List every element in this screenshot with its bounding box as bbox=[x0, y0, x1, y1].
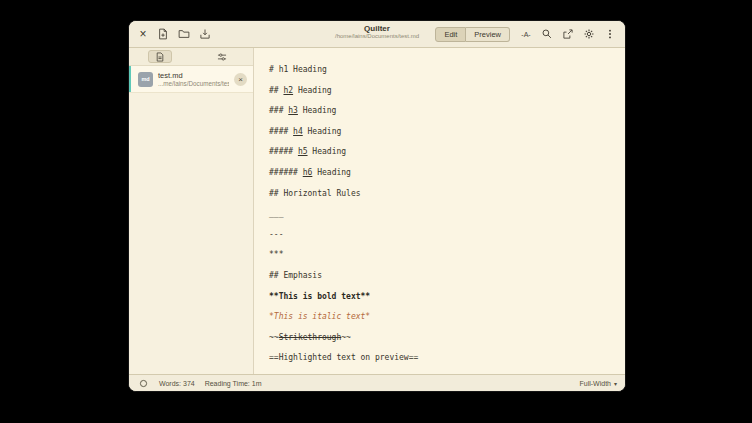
file-list-item[interactable]: md test.md ...me/lains/Documents/test.md… bbox=[129, 66, 253, 93]
headerbar-left-group: × bbox=[135, 26, 214, 42]
gear-icon bbox=[583, 28, 595, 40]
width-mode-label: Full-Width bbox=[579, 380, 611, 387]
close-file-button[interactable]: × bbox=[234, 73, 247, 86]
editor-line: ___ bbox=[269, 204, 625, 225]
sidebar: md test.md ...me/lains/Documents/test.md… bbox=[129, 48, 254, 374]
editor-line: ## Horizontal Rules bbox=[269, 184, 625, 205]
markdown-badge: md bbox=[141, 76, 149, 82]
editor-line: # h1 Heading bbox=[269, 60, 625, 81]
new-document-button[interactable] bbox=[154, 26, 172, 42]
statusbar: Words: 374 Reading Time: 1m Full-Width ▾ bbox=[129, 374, 625, 391]
vertical-dots-menu-icon bbox=[604, 28, 616, 40]
search-button[interactable] bbox=[538, 26, 556, 42]
sidebar-tabs bbox=[129, 48, 253, 66]
menu-button[interactable] bbox=[601, 26, 619, 42]
window-subtitle: /home/lains/Documents/test.md bbox=[335, 33, 419, 40]
sidebar-tab-files[interactable] bbox=[148, 50, 172, 63]
editor-line: #### h4 Heading bbox=[269, 122, 625, 143]
open-document-button[interactable] bbox=[175, 26, 193, 42]
app-window: × Quilter /home/lains/Documents/test.md bbox=[128, 20, 626, 392]
chevron-down-icon: ▾ bbox=[614, 380, 617, 387]
editor-line: ~~Strikethrough~~ bbox=[269, 328, 625, 349]
search-icon bbox=[541, 28, 553, 40]
folder-open-icon bbox=[178, 28, 190, 40]
editor-line: ==Highlighted text on preview== bbox=[269, 348, 625, 369]
headerbar: × Quilter /home/lains/Documents/test.md bbox=[129, 21, 625, 48]
word-count: Words: 374 bbox=[159, 380, 195, 387]
edit-view-button[interactable]: Edit bbox=[435, 27, 466, 42]
save-document-button[interactable] bbox=[196, 26, 214, 42]
window-title-block: Quilter /home/lains/Documents/test.md bbox=[335, 24, 419, 40]
editor-line: ## Emphasis bbox=[269, 266, 625, 287]
preview-view-button[interactable]: Preview bbox=[466, 27, 510, 42]
width-mode-dropdown[interactable]: Full-Width ▾ bbox=[579, 380, 617, 387]
sidebar-tab-settings[interactable] bbox=[210, 50, 234, 63]
file-meta: test.md ...me/lains/Documents/test.md bbox=[158, 71, 229, 87]
window-title: Quilter bbox=[335, 24, 419, 33]
headerbar-right-group: Edit Preview -A- bbox=[435, 26, 619, 42]
file-path: ...me/lains/Documents/test.md bbox=[158, 80, 229, 87]
main-area: md test.md ...me/lains/Documents/test.md… bbox=[129, 48, 625, 374]
editor-line: ###### h6 Heading bbox=[269, 163, 625, 184]
markdown-file-icon: md bbox=[138, 72, 153, 87]
font-size-button[interactable]: -A- bbox=[517, 26, 535, 42]
new-document-icon bbox=[157, 28, 169, 40]
settings-button[interactable] bbox=[580, 26, 598, 42]
font-size-icon: -A- bbox=[521, 31, 530, 38]
focus-mode-icon bbox=[139, 379, 148, 388]
editor-line: --- bbox=[269, 225, 625, 246]
export-icon bbox=[562, 28, 574, 40]
markdown-editor[interactable]: # h1 Heading ## h2 Heading ### h3 Headin… bbox=[254, 48, 625, 374]
export-button[interactable] bbox=[559, 26, 577, 42]
save-icon bbox=[199, 28, 211, 40]
view-switcher: Edit Preview bbox=[435, 27, 510, 42]
focus-mode-button[interactable] bbox=[137, 377, 149, 389]
close-window-button[interactable]: × bbox=[135, 26, 151, 42]
editor-line: ##### h5 Heading bbox=[269, 142, 625, 163]
editor-line: **This is bold text** bbox=[269, 287, 625, 308]
editor-line: ### h3 Heading bbox=[269, 101, 625, 122]
file-list: md test.md ...me/lains/Documents/test.md… bbox=[129, 66, 253, 93]
editor-line: *This is italic text* bbox=[269, 307, 625, 328]
file-name: test.md bbox=[158, 71, 229, 80]
file-icon bbox=[155, 52, 165, 62]
editor-line: ## h2 Heading bbox=[269, 81, 625, 102]
reading-time: Reading Time: 1m bbox=[205, 380, 262, 387]
sliders-icon bbox=[217, 52, 227, 62]
editor-line: *** bbox=[269, 245, 625, 266]
